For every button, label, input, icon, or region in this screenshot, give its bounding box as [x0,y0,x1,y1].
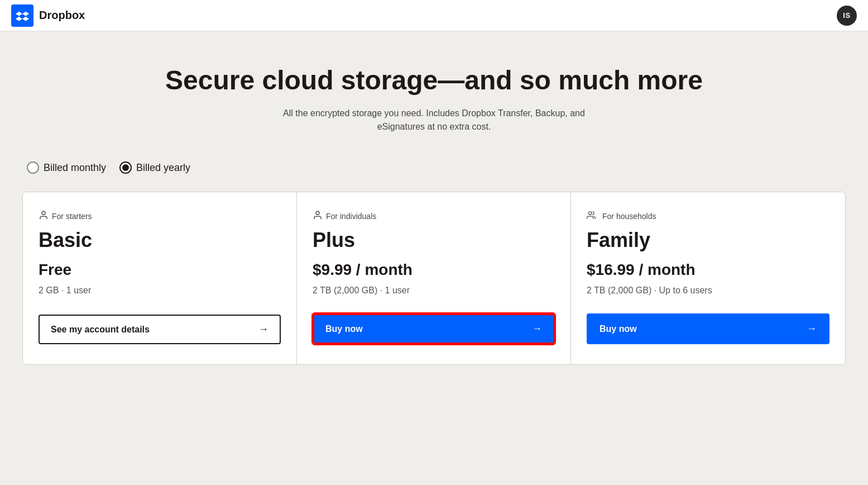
plan-family-category: For households [587,210,829,222]
billing-yearly-radio-inner [122,164,129,171]
plan-basic-price: Free [39,261,281,279]
plan-plus-category-label: For individuals [326,212,376,221]
plan-plus-price: $9.99 / month [313,261,555,279]
family-buy-now-arrow-icon: → [807,323,817,335]
plus-buy-now-button[interactable]: Buy now → [313,313,555,344]
plan-plus-icon [313,210,323,222]
billing-toggle: Billed monthly Billed yearly [22,161,846,174]
main-content: Secure cloud storage—and so much more Al… [0,31,868,387]
billing-monthly-label: Billed monthly [44,162,106,174]
plan-basic-category: For starters [39,210,281,222]
hero-title: Secure cloud storage—and so much more [22,65,846,96]
header-left: Dropbox [11,4,85,27]
svg-point-2 [588,212,592,215]
plan-family-name: Family [587,229,829,252]
billing-yearly-radio[interactable] [119,161,132,174]
dropbox-logo [11,4,33,27]
plan-basic-icon [39,210,49,222]
plan-plus-storage: 2 TB (2,000 GB) · 1 user [313,286,555,296]
plan-plus-category: For individuals [313,210,555,222]
plan-plus-name: Plus [313,229,555,252]
plus-buy-now-label: Buy now [325,324,363,334]
plan-family-storage: 2 TB (2,000 GB) · Up to 6 users [587,286,829,296]
user-avatar[interactable]: IS [837,6,857,26]
billing-yearly-option[interactable]: Billed yearly [119,161,190,174]
plan-family-price: $16.99 / month [587,261,829,279]
svg-point-0 [42,211,45,215]
plus-buy-now-arrow-icon: → [532,323,542,335]
plan-card-basic: For starters Basic Free 2 GB · 1 user Se… [23,192,297,364]
billing-monthly-option[interactable]: Billed monthly [27,161,106,174]
see-account-details-button[interactable]: See my account details → [39,315,281,344]
plan-family-icon [587,210,599,222]
plan-basic-name: Basic [39,229,281,252]
family-buy-now-label: Buy now [600,324,637,334]
hero-section: Secure cloud storage—and so much more Al… [22,65,846,134]
billing-monthly-radio[interactable] [27,161,39,174]
plan-card-family: For households Family $16.99 / month 2 T… [571,192,845,364]
hero-subtitle: All the encrypted storage you need. Incl… [267,107,602,134]
plan-basic-storage: 2 GB · 1 user [39,286,281,296]
plan-family-category-label: For households [602,212,656,221]
family-buy-now-button[interactable]: Buy now → [587,313,829,344]
plan-card-plus: For individuals Plus $9.99 / month 2 TB … [297,192,571,364]
see-account-details-label: See my account details [51,325,150,335]
plan-basic-category-label: For starters [52,212,92,221]
see-account-details-arrow-icon: → [258,324,268,335]
app-header: Dropbox IS [0,0,868,31]
plans-grid: For starters Basic Free 2 GB · 1 user Se… [22,192,846,365]
svg-point-1 [316,211,319,215]
billing-yearly-label: Billed yearly [136,162,190,174]
app-name: Dropbox [39,9,85,22]
